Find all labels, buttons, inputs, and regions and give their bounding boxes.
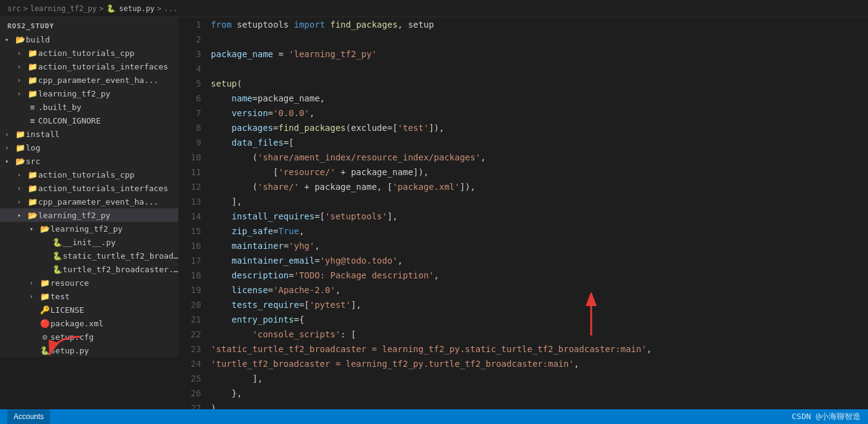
sidebar-item-built_by[interactable]: ≡.built_by [0,100,178,114]
sidebar-item-label: install [26,130,60,139]
file-eq-icon: ≡ [27,116,38,125]
sidebar-item-turtle_tf2[interactable]: 🐍turtle_tf2_broadcaster.... [0,262,178,276]
folder-icon: 📂 [27,211,38,220]
sidebar-item-learning_tf2_py_1[interactable]: ›📁learning_tf2_py [0,87,178,100]
sidebar-root-label: ROS2_STUDY [0,17,178,33]
code-line-24: 'turtle_tf2_broadcaster = learning_tf2_p… [211,356,856,371]
arrow-icon: › [17,171,27,178]
sidebar-item-label: src [26,157,40,166]
sidebar-item-label: log [26,143,40,152]
line-number-10: 10 [191,150,201,165]
sidebar-item-label: action_tutorials_interfaces [38,62,168,71]
code-line-22: 'console_scripts': [ [211,327,856,342]
sidebar-item-label: cpp_parameter_event_ha... [38,76,159,85]
sidebar-item-license[interactable]: 🔑LICENSE [0,303,178,316]
sidebar-item-install[interactable]: ›📁install [0,127,178,141]
sidebar-item-learning_tf2_py_sub[interactable]: ▾📂learning_tf2_py [0,222,178,235]
code-line-4 [211,61,856,76]
sidebar-item-label: setup.py [50,346,89,355]
sidebar-item-label: action_tutorials_cpp [38,170,135,179]
sidebar-item-label: static_turtle_tf2_broad... [63,251,178,261]
sidebar-item-build[interactable]: ▾📂build [0,33,178,46]
sidebar-item-action_tutorials_cpp_1[interactable]: ›📁action_tutorials_cpp [0,46,178,60]
line-number-20: 20 [191,297,201,312]
breadcrumb-bar: src > learning_tf2_py > 🐍 setup.py > ... [0,0,868,17]
sidebar-item-init_py[interactable]: 🐍__init__.py [0,235,178,249]
breadcrumb-sep1: > [23,4,28,13]
arrow-icon: › [17,198,27,205]
folder-icon: 📁 [27,184,38,193]
code-line-19: license='Apache-2.0', [211,283,856,297]
sidebar-item-label: turtle_tf2_broadcaster.... [63,265,178,274]
code-line-3: package_name = 'learning_tf2_py' [211,47,856,61]
breadcrumb-file[interactable]: setup.py [119,4,155,13]
code-line-25: ], [211,371,856,386]
code-line-10: ('share/ament_index/resource_index/packa… [211,150,856,165]
line-number-8: 8 [191,120,201,135]
code-line-6: name=package_name, [211,91,856,106]
line-number-13: 13 [191,194,201,209]
arrow-icon: › [17,50,27,57]
code-line-23: 'static_turtle_tf2_broadcaster = learnin… [211,342,856,356]
sidebar-item-setup_cfg[interactable]: ⚙setup.cfg [0,330,178,344]
file-eq-icon: ≡ [27,103,38,112]
sidebar-item-test[interactable]: ›📁test [0,289,178,303]
sidebar-item-label: __init__.py [63,238,116,247]
folder-icon: 📁 [27,197,38,206]
code-line-26: }, [211,386,856,401]
sidebar-item-cpp_parameter_event_ha_2[interactable]: ›📁cpp_parameter_event_ha... [0,195,178,208]
breadcrumb-sep3: > [157,4,161,13]
line-number-11: 11 [191,165,201,179]
sidebar-item-resource[interactable]: ›📁resource [0,276,178,289]
line-number-27: 27 [191,401,201,409]
accounts-button[interactable]: Accounts [7,409,50,424]
sidebar-item-static_turtle[interactable]: 🐍static_turtle_tf2_broad... [0,249,178,262]
line-number-3: 3 [191,47,201,61]
sidebar-item-label: action_tutorials_interfaces [38,184,168,193]
folder-icon: 📁 [27,49,38,58]
arrow-icon: › [17,63,27,70]
arrow-icon: ▾ [5,36,15,43]
line-number-23: 23 [191,342,201,356]
line-number-9: 9 [191,135,201,150]
sidebar-item-package_xml[interactable]: 🔴package.xml [0,316,178,330]
code-content[interactable]: 1234567891011121314151617181920212223242… [178,17,868,409]
sidebar-item-label: test [50,292,70,301]
line-number-6: 6 [191,91,201,106]
sidebar-item-label: action_tutorials_cpp [38,49,135,58]
code-line-27: ) [211,401,856,409]
sidebar-item-action_tutorials_interfaces_1[interactable]: ›📁action_tutorials_interfaces [0,60,178,73]
code-line-7: version='0.0.0', [211,106,856,120]
code-line-5: setup( [211,76,856,91]
sidebar: ROS2_STUDY ▾📂build›📁action_tutorials_cpp… [0,17,178,357]
sidebar-item-label: LICENSE [50,305,84,315]
sidebar-item-log[interactable]: ›📁log [0,141,178,154]
sidebar-item-colcon_ignore[interactable]: ≡COLCON_IGNORE [0,114,178,127]
sidebar-item-label: learning_tf2_py [38,211,110,220]
arrow-icon: ▾ [30,226,39,232]
line-number-24: 24 [191,356,201,371]
file-cfg-icon: ⚙ [39,332,50,342]
line-number-25: 25 [191,371,201,386]
line-numbers: 1234567891011121314151617181920212223242… [178,17,211,409]
sidebar-item-src[interactable]: ▾📂src [0,154,178,168]
sidebar-item-action_tutorials_cpp_2[interactable]: ›📁action_tutorials_cpp [0,168,178,181]
sidebar-item-learning_tf2_py_root[interactable]: ▾📂learning_tf2_py [0,208,178,222]
watermark: CSDN @小海聊智造 [792,411,861,422]
sidebar-item-setup_py[interactable]: 🐍setup.py [0,344,178,357]
main-layout: ROS2_STUDY ▾📂build›📁action_tutorials_cpp… [0,17,868,409]
folder-icon: 📂 [15,35,26,44]
breadcrumb-file-icon: 🐍 [106,4,116,13]
sidebar-item-action_tutorials_interfaces_2[interactable]: ›📁action_tutorials_interfaces [0,181,178,195]
line-number-1: 1 [191,17,201,32]
arrow-icon: › [5,131,15,138]
bottom-bar: Accounts CSDN @小海聊智造 [0,409,868,424]
folder-icon: 📂 [39,224,50,234]
arrow-icon: ▾ [5,158,15,165]
line-number-4: 4 [191,61,201,76]
sidebar-item-cpp_parameter_event_ha_1[interactable]: ›📁cpp_parameter_event_ha... [0,73,178,87]
breadcrumb-pkg[interactable]: learning_tf2_py [30,4,97,13]
breadcrumb-src[interactable]: src [7,4,21,13]
line-number-17: 17 [191,253,201,268]
arrow-icon: › [17,185,27,192]
